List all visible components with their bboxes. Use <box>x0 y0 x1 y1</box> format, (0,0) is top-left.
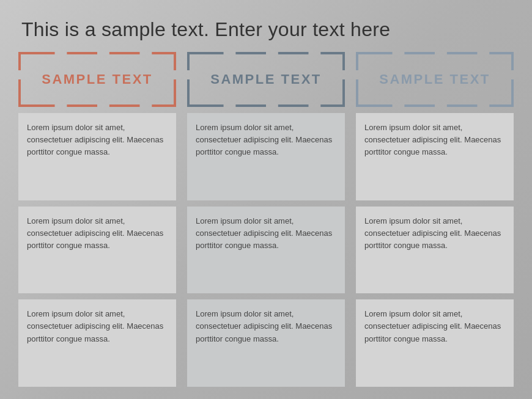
column-3-header: SAMPLE TEXT <box>356 52 514 107</box>
column-2-item-1: Lorem ipsum dolor sit amet, consectetuer… <box>187 113 345 200</box>
column-1: SAMPLE TEXT Lorem ipsum dolor sit amet, … <box>18 52 176 387</box>
column-2-header: SAMPLE TEXT <box>187 52 345 107</box>
column-3-item-1: Lorem ipsum dolor sit amet, consectetuer… <box>356 113 514 200</box>
column-1-item-3: Lorem ipsum dolor sit amet, consectetuer… <box>18 299 176 387</box>
page-wrapper: This is a sample text. Enter your text h… <box>0 0 532 399</box>
column-2-item-2: Lorem ipsum dolor sit amet, consectetuer… <box>187 207 345 294</box>
column-3-item-3: Lorem ipsum dolor sit amet, consectetuer… <box>356 299 514 387</box>
column-1-header-label: SAMPLE TEXT <box>42 71 153 87</box>
page-title: This is a sample text. Enter your text h… <box>18 18 514 41</box>
column-1-item-1: Lorem ipsum dolor sit amet, consectetuer… <box>18 113 176 200</box>
column-1-header: SAMPLE TEXT <box>18 52 176 107</box>
column-2: SAMPLE TEXT Lorem ipsum dolor sit amet, … <box>187 52 345 387</box>
column-3-header-label: SAMPLE TEXT <box>379 71 490 87</box>
column-3: SAMPLE TEXT Lorem ipsum dolor sit amet, … <box>356 52 514 387</box>
column-2-item-3: Lorem ipsum dolor sit amet, consectetuer… <box>187 299 345 387</box>
column-2-header-label: SAMPLE TEXT <box>210 71 322 87</box>
column-3-item-2: Lorem ipsum dolor sit amet, consectetuer… <box>356 207 514 294</box>
columns-container: SAMPLE TEXT Lorem ipsum dolor sit amet, … <box>18 52 514 387</box>
column-1-item-2: Lorem ipsum dolor sit amet, consectetuer… <box>18 207 176 294</box>
